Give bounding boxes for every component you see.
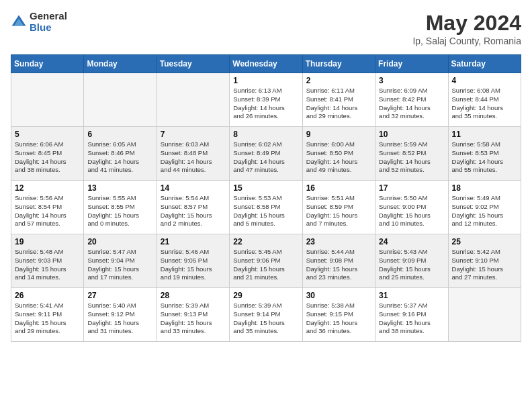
col-sunday: Sunday — [11, 55, 84, 73]
col-thursday: Thursday — [302, 55, 375, 73]
day-number: 9 — [306, 130, 371, 139]
day-number: 13 — [87, 183, 152, 193]
day-info: Sunrise: 5:45 AM Sunset: 9:06 PM Dayligh… — [233, 248, 298, 282]
table-row: 10Sunrise: 5:59 AM Sunset: 8:52 PM Dayli… — [375, 127, 448, 181]
day-number: 23 — [306, 237, 371, 246]
table-row: 29Sunrise: 5:39 AM Sunset: 9:14 PM Dayli… — [230, 288, 302, 342]
day-number: 14 — [161, 183, 226, 193]
day-info: Sunrise: 6:13 AM Sunset: 8:39 PM Dayligh… — [233, 87, 298, 121]
table-row: 7Sunrise: 6:03 AM Sunset: 8:48 PM Daylig… — [157, 127, 229, 181]
day-number: 4 — [452, 76, 517, 85]
col-monday: Monday — [84, 55, 157, 73]
day-info: Sunrise: 6:02 AM Sunset: 8:49 PM Dayligh… — [233, 140, 298, 175]
table-row: 1Sunrise: 6:13 AM Sunset: 8:39 PM Daylig… — [230, 73, 302, 127]
day-number: 20 — [87, 237, 152, 246]
table-row: 25Sunrise: 5:42 AM Sunset: 9:10 PM Dayli… — [448, 234, 521, 288]
day-info: Sunrise: 5:41 AM Sunset: 9:11 PM Dayligh… — [15, 302, 80, 336]
day-info: Sunrise: 5:43 AM Sunset: 9:09 PM Dayligh… — [379, 248, 444, 282]
day-info: Sunrise: 6:00 AM Sunset: 8:50 PM Dayligh… — [306, 140, 371, 175]
day-number: 2 — [306, 76, 371, 85]
day-info: Sunrise: 5:53 AM Sunset: 8:58 PM Dayligh… — [233, 194, 298, 228]
day-number: 11 — [452, 130, 517, 139]
day-info: Sunrise: 5:38 AM Sunset: 9:15 PM Dayligh… — [306, 302, 371, 336]
table-row: 20Sunrise: 5:47 AM Sunset: 9:04 PM Dayli… — [84, 234, 157, 288]
day-number: 27 — [87, 291, 152, 300]
table-row: 6Sunrise: 6:05 AM Sunset: 8:46 PM Daylig… — [84, 127, 157, 181]
calendar-body: 1Sunrise: 6:13 AM Sunset: 8:39 PM Daylig… — [11, 73, 521, 342]
day-info: Sunrise: 5:40 AM Sunset: 9:12 PM Dayligh… — [87, 302, 152, 336]
day-info: Sunrise: 5:49 AM Sunset: 9:02 PM Dayligh… — [452, 194, 517, 228]
day-number: 30 — [306, 291, 371, 300]
table-row: 12Sunrise: 5:56 AM Sunset: 8:54 PM Dayli… — [11, 181, 84, 234]
calendar-row: 1Sunrise: 6:13 AM Sunset: 8:39 PM Daylig… — [11, 73, 521, 127]
col-tuesday: Tuesday — [157, 55, 229, 73]
day-info: Sunrise: 5:59 AM Sunset: 8:52 PM Dayligh… — [379, 140, 444, 175]
calendar-header: Sunday Monday Tuesday Wednesday Thursday… — [11, 55, 521, 73]
calendar-row: 26Sunrise: 5:41 AM Sunset: 9:11 PM Dayli… — [11, 288, 521, 342]
table-row: 11Sunrise: 5:58 AM Sunset: 8:53 PM Dayli… — [448, 127, 521, 181]
day-info: Sunrise: 6:08 AM Sunset: 8:44 PM Dayligh… — [452, 87, 517, 121]
calendar-row: 19Sunrise: 5:48 AM Sunset: 9:03 PM Dayli… — [11, 234, 521, 288]
day-number: 24 — [379, 237, 444, 246]
table-row: 30Sunrise: 5:38 AM Sunset: 9:15 PM Dayli… — [302, 288, 375, 342]
day-info: Sunrise: 6:05 AM Sunset: 8:46 PM Dayligh… — [87, 140, 152, 175]
day-number: 21 — [161, 237, 226, 246]
day-number: 26 — [15, 291, 80, 300]
logo-general: General — [30, 11, 67, 22]
logo: General Blue — [11, 11, 67, 33]
header-row: Sunday Monday Tuesday Wednesday Thursday… — [11, 55, 521, 73]
col-wednesday: Wednesday — [230, 55, 302, 73]
day-number: 18 — [452, 183, 517, 193]
title-area: May 2024 Ip, Salaj County, Romania — [412, 11, 521, 46]
day-info: Sunrise: 5:50 AM Sunset: 9:00 PM Dayligh… — [379, 194, 444, 228]
day-info: Sunrise: 5:44 AM Sunset: 9:08 PM Dayligh… — [306, 248, 371, 282]
day-number: 7 — [161, 130, 226, 139]
day-info: Sunrise: 6:06 AM Sunset: 8:45 PM Dayligh… — [15, 140, 80, 175]
day-info: Sunrise: 5:37 AM Sunset: 9:16 PM Dayligh… — [379, 302, 444, 336]
day-info: Sunrise: 6:11 AM Sunset: 8:41 PM Dayligh… — [306, 87, 371, 121]
table-row — [11, 73, 84, 127]
calendar-row: 5Sunrise: 6:06 AM Sunset: 8:45 PM Daylig… — [11, 127, 521, 181]
logo-icon — [11, 14, 27, 30]
day-number: 5 — [15, 130, 80, 139]
day-info: Sunrise: 5:51 AM Sunset: 8:59 PM Dayligh… — [306, 194, 371, 228]
page-header: General Blue May 2024 Ip, Salaj County, … — [11, 11, 521, 46]
table-row: 27Sunrise: 5:40 AM Sunset: 9:12 PM Dayli… — [84, 288, 157, 342]
day-number: 28 — [161, 291, 226, 300]
table-row: 3Sunrise: 6:09 AM Sunset: 8:42 PM Daylig… — [375, 73, 448, 127]
table-row — [157, 73, 229, 127]
table-row: 21Sunrise: 5:46 AM Sunset: 9:05 PM Dayli… — [157, 234, 229, 288]
table-row: 13Sunrise: 5:55 AM Sunset: 8:55 PM Dayli… — [84, 181, 157, 234]
table-row: 2Sunrise: 6:11 AM Sunset: 8:41 PM Daylig… — [302, 73, 375, 127]
table-row: 26Sunrise: 5:41 AM Sunset: 9:11 PM Dayli… — [11, 288, 84, 342]
col-saturday: Saturday — [448, 55, 521, 73]
day-info: Sunrise: 5:39 AM Sunset: 9:14 PM Dayligh… — [233, 302, 298, 336]
day-number: 15 — [233, 183, 298, 193]
table-row: 4Sunrise: 6:08 AM Sunset: 8:44 PM Daylig… — [448, 73, 521, 127]
day-info: Sunrise: 5:48 AM Sunset: 9:03 PM Dayligh… — [15, 248, 80, 282]
day-number: 16 — [306, 183, 371, 193]
table-row: 15Sunrise: 5:53 AM Sunset: 8:58 PM Dayli… — [230, 181, 302, 234]
table-row: 14Sunrise: 5:54 AM Sunset: 8:57 PM Dayli… — [157, 181, 229, 234]
main-title: May 2024 — [412, 11, 521, 36]
table-row — [448, 288, 521, 342]
table-row: 16Sunrise: 5:51 AM Sunset: 8:59 PM Dayli… — [302, 181, 375, 234]
table-row — [84, 73, 157, 127]
table-row: 19Sunrise: 5:48 AM Sunset: 9:03 PM Dayli… — [11, 234, 84, 288]
logo-blue: Blue — [30, 22, 67, 34]
day-info: Sunrise: 5:55 AM Sunset: 8:55 PM Dayligh… — [87, 194, 152, 228]
day-number: 6 — [87, 130, 152, 139]
day-info: Sunrise: 5:56 AM Sunset: 8:54 PM Dayligh… — [15, 194, 80, 228]
table-row: 9Sunrise: 6:00 AM Sunset: 8:50 PM Daylig… — [302, 127, 375, 181]
day-number: 19 — [15, 237, 80, 246]
table-row: 8Sunrise: 6:02 AM Sunset: 8:49 PM Daylig… — [230, 127, 302, 181]
subtitle: Ip, Salaj County, Romania — [412, 36, 521, 46]
day-number: 29 — [233, 291, 298, 300]
calendar-table: Sunday Monday Tuesday Wednesday Thursday… — [11, 54, 521, 342]
day-info: Sunrise: 5:54 AM Sunset: 8:57 PM Dayligh… — [161, 194, 226, 228]
day-number: 1 — [233, 76, 298, 85]
day-info: Sunrise: 5:58 AM Sunset: 8:53 PM Dayligh… — [452, 140, 517, 175]
day-info: Sunrise: 5:46 AM Sunset: 9:05 PM Dayligh… — [161, 248, 226, 282]
day-number: 10 — [379, 130, 444, 139]
table-row: 23Sunrise: 5:44 AM Sunset: 9:08 PM Dayli… — [302, 234, 375, 288]
